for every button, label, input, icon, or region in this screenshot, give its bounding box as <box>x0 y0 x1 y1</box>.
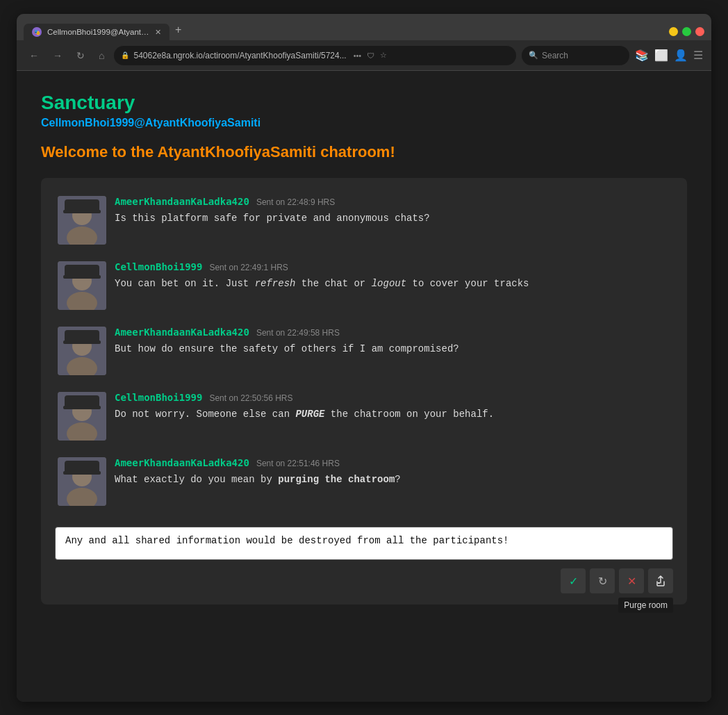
window-controls <box>669 27 704 40</box>
message-username: AmeerKhandaanKaLadka420 <box>115 196 249 207</box>
message-header: CellmonBhoi1999 Sent on 22:49:1 HRS <box>115 261 670 272</box>
message-text: You can bet on it. Just refresh the chat… <box>115 277 670 291</box>
avatar <box>58 457 106 506</box>
avatar <box>58 392 106 441</box>
message-row: AmeerKhandaanKaLadka420 Sent on 22:48:9 … <box>52 189 676 252</box>
message-header: AmeerKhandaanKaLadka420 Sent on 22:51:46… <box>115 457 670 468</box>
minimize-button[interactable] <box>669 27 678 36</box>
svg-rect-14 <box>63 340 101 344</box>
forward-button[interactable]: → <box>49 47 67 64</box>
message-row: CellmonBhoi1999 Sent on 22:49:1 HRS You … <box>52 254 676 317</box>
tab-close-button[interactable]: ✕ <box>155 28 161 37</box>
message-time: Sent on 22:50:56 HRS <box>209 393 292 403</box>
message-header: AmeerKhandaanKaLadka420 Sent on 22:49:58… <box>115 327 670 338</box>
message-username: CellmonBhoi1999 <box>115 392 202 403</box>
message-content: AmeerKhandaanKaLadka420 Sent on 22:48:9 … <box>115 196 670 226</box>
toolbar-icons: 📚 ⬜ 👤 ☰ <box>635 49 703 62</box>
library-icon[interactable]: 📚 <box>635 49 649 62</box>
url-text: 54062e8a.ngrok.io/actiroom/AtyantKhoofiy… <box>133 51 346 60</box>
svg-rect-25 <box>658 582 660 584</box>
message-row: AmeerKhandaanKaLadka420 Sent on 22:49:58… <box>52 320 676 382</box>
svg-rect-9 <box>63 275 101 279</box>
action-buttons: ✓ ↻ ✕ Purge room <box>55 568 673 593</box>
page-content: Sanctuary CellmonBhoi1999@AtyantKhoofiya… <box>17 71 711 702</box>
message-text: What exactly do you mean by purging the … <box>115 472 670 487</box>
message-text: Is this platform safe for private and an… <box>115 211 670 226</box>
avatar <box>58 196 106 245</box>
message-row: CellmonBhoi1999 Sent on 22:50:56 HRS Do … <box>52 385 676 447</box>
svg-rect-4 <box>63 210 101 213</box>
message-header: AmeerKhandaanKaLadka420 Sent on 22:48:9 … <box>115 196 670 207</box>
message-time: Sent on 22:51:46 HRS <box>256 459 340 468</box>
tabs-icon[interactable]: ⬜ <box>654 49 668 62</box>
message-time: Sent on 22:49:58 HRS <box>256 328 340 338</box>
message-username: AmeerKhandaanKaLadka420 <box>115 457 249 468</box>
chatroom-welcome: Welcome to the AtyantKhoofiyaSamiti chat… <box>41 143 687 161</box>
browser-window: 🎭 CellmonBhoi1999@AtyantKho... ✕ + ← → ↻… <box>17 14 711 702</box>
back-button[interactable]: ← <box>25 47 43 64</box>
bookmark-icon: 🛡 <box>367 51 374 60</box>
tab-bar: 🎭 CellmonBhoi1999@AtyantKho... ✕ + <box>17 14 711 40</box>
purge-button[interactable] <box>648 568 673 593</box>
tab-title: CellmonBhoi1999@AtyantKho... <box>47 28 149 36</box>
active-tab[interactable]: 🎭 CellmonBhoi1999@AtyantKho... ✕ <box>24 24 169 40</box>
purge-wrapper: Purge room <box>648 568 673 593</box>
svg-rect-24 <box>63 471 101 475</box>
message-username: CellmonBhoi1999 <box>115 261 202 272</box>
message-content: AmeerKhandaanKaLadka420 Sent on 22:49:58… <box>115 327 670 356</box>
app-title: Sanctuary <box>41 92 687 114</box>
user-identity: CellmonBhoi1999@AtyantKhoofiyaSamiti <box>41 117 687 129</box>
avatar <box>58 327 106 375</box>
svg-rect-19 <box>63 406 101 409</box>
refresh-button[interactable]: ↻ <box>72 47 89 64</box>
message-content: AmeerKhandaanKaLadka420 Sent on 22:51:46… <box>115 457 670 487</box>
message-text: Do not worry. Someone else can PURGE the… <box>115 407 670 422</box>
browser-toolbar: ← → ↻ ⌂ 🔒 54062e8a.ngrok.io/actiroom/Aty… <box>17 40 711 71</box>
message-text: But how do ensure the safety of others i… <box>115 342 670 356</box>
message-content: CellmonBhoi1999 Sent on 22:50:56 HRS Do … <box>115 392 670 422</box>
menu-icon[interactable]: ☰ <box>693 49 703 62</box>
chat-container: AmeerKhandaanKaLadka420 Sent on 22:48:9 … <box>41 178 687 605</box>
home-button[interactable]: ⌂ <box>94 47 108 64</box>
input-area: Any and all shared information would be … <box>52 527 676 593</box>
message-input[interactable]: Any and all shared information would be … <box>55 527 673 560</box>
message-header: CellmonBhoi1999 Sent on 22:50:56 HRS <box>115 392 670 403</box>
message-row: AmeerKhandaanKaLadka420 Sent on 22:51:46… <box>52 450 676 513</box>
avatar <box>58 261 106 310</box>
more-options-icon: ••• <box>354 51 362 60</box>
tab-favicon: 🎭 <box>32 27 42 37</box>
search-icon: 🔍 <box>529 51 538 60</box>
maximize-button[interactable] <box>682 27 691 36</box>
message-username: AmeerKhandaanKaLadka420 <box>115 327 249 338</box>
profile-icon[interactable]: 👤 <box>674 49 688 62</box>
refresh-chat-button[interactable]: ↻ <box>590 568 615 593</box>
star-icon: ☆ <box>380 51 387 60</box>
message-time: Sent on 22:48:9 HRS <box>256 197 335 207</box>
search-box[interactable]: 🔍 Search <box>522 46 629 65</box>
purge-tooltip: Purge room <box>618 598 673 613</box>
close-button[interactable] <box>695 27 704 36</box>
message-content: CellmonBhoi1999 Sent on 22:49:1 HRS You … <box>115 261 670 291</box>
address-bar[interactable]: 🔒 54062e8a.ngrok.io/actiroom/AtyantKhoof… <box>114 46 516 65</box>
search-label: Search <box>542 51 568 60</box>
confirm-button[interactable]: ✓ <box>561 568 586 593</box>
cancel-button[interactable]: ✕ <box>619 568 644 593</box>
message-time: Sent on 22:49:1 HRS <box>209 263 288 272</box>
new-tab-button[interactable]: + <box>169 19 187 40</box>
secure-icon: 🔒 <box>121 51 129 59</box>
